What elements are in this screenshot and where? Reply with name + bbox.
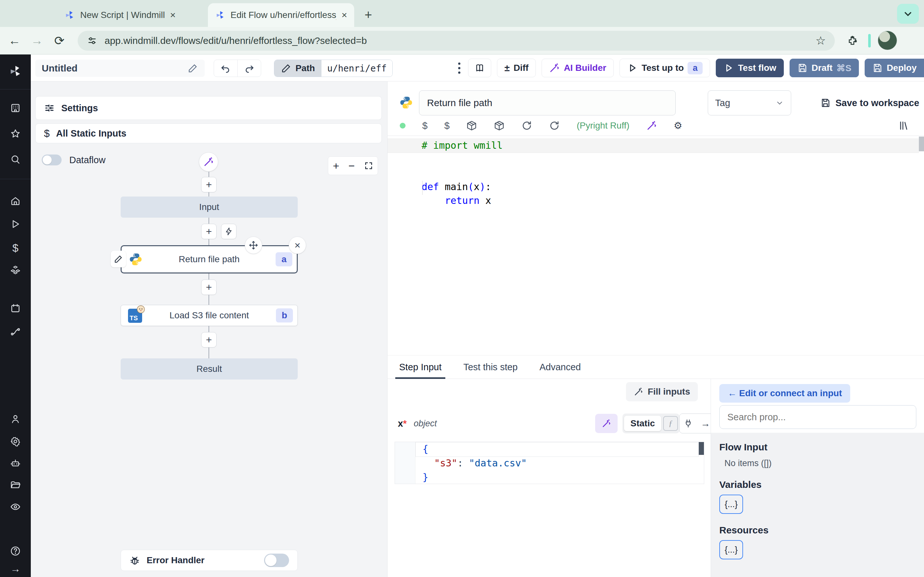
workers-robot-icon[interactable] <box>0 458 31 469</box>
deploy-button[interactable]: Deploy <box>865 59 924 77</box>
bookmark-star-icon[interactable]: ☆ <box>816 34 826 47</box>
step-a-node[interactable]: Return file path a × <box>121 245 298 274</box>
tab-close-icon[interactable]: × <box>170 10 176 20</box>
input-mode-segmented: Static ƒ <box>622 414 680 434</box>
help-icon[interactable] <box>0 546 31 556</box>
favorites-star-icon[interactable] <box>0 128 31 139</box>
package-icon[interactable] <box>466 120 477 131</box>
static-mode-button[interactable]: Static <box>624 416 661 431</box>
json-arg-editor[interactable]: { "s3": "data.csv" } <box>395 442 704 484</box>
fullscreen-icon[interactable] <box>364 161 373 170</box>
tag-select[interactable]: Tag <box>708 90 791 115</box>
editor-settings-gear-icon[interactable]: ⚙ <box>674 120 682 131</box>
site-settings-icon[interactable] <box>87 35 97 46</box>
flow-title-field[interactable]: Untitled <box>35 60 205 77</box>
workspace-icon[interactable] <box>0 103 31 113</box>
tab-step-input[interactable]: Step Input <box>398 356 443 378</box>
browser-tab-new-script[interactable]: New Script | Windmill × <box>57 3 198 27</box>
code-comment: # import wmill <box>422 140 503 151</box>
insert-step-top-button[interactable]: + <box>201 177 216 192</box>
variables-icon[interactable]: $ <box>0 242 31 254</box>
delete-step-button[interactable]: × <box>289 237 306 254</box>
diff-button[interactable]: ± Diff <box>497 59 536 77</box>
dataflow-toggle[interactable] <box>42 155 61 165</box>
move-step-handle[interactable] <box>245 237 262 254</box>
path-widget[interactable]: Path u/henri/eff <box>274 60 393 77</box>
insert-step-button[interactable]: + <box>201 279 216 295</box>
edit-or-connect-button[interactable]: ← Edit or connect an input <box>719 384 850 403</box>
ai-flow-wand-button[interactable] <box>199 152 218 171</box>
path-value[interactable]: u/henri/eff <box>321 60 393 77</box>
profile-avatar[interactable] <box>878 31 897 50</box>
code-editor[interactable]: # import wmill def main(x): return x <box>388 136 924 355</box>
step-badge[interactable]: a <box>688 62 703 74</box>
redo-button[interactable] <box>237 60 261 77</box>
step-name-input[interactable] <box>419 90 676 115</box>
step-b-node[interactable]: TS Load S3 file content b <box>121 305 298 326</box>
ai-fill-arg-button[interactable] <box>595 414 618 433</box>
resource-picker-icon[interactable]: $ <box>444 120 450 131</box>
play-icon <box>627 63 638 73</box>
more-options-icon[interactable] <box>458 63 460 74</box>
fill-inputs-button[interactable]: Fill inputs <box>626 382 698 401</box>
prop-search-input[interactable] <box>719 405 916 429</box>
lint-status[interactable]: (Pyright Ruff) <box>577 121 629 131</box>
new-tab-button[interactable]: + <box>359 6 377 24</box>
chrome-chevron-down-icon[interactable] <box>897 4 919 24</box>
plug-icon[interactable] <box>680 414 697 433</box>
error-handler-toggle[interactable] <box>264 554 289 567</box>
reload-icon[interactable] <box>521 120 532 131</box>
browser-tab-edit-flow[interactable]: Edit Flow u/henri/effortless_fl × <box>208 3 354 27</box>
editor-scrollbar[interactable] <box>919 137 924 151</box>
collapse-arrow-icon[interactable]: → <box>0 563 31 575</box>
tab-close-icon[interactable]: × <box>341 10 347 20</box>
test-up-to-button[interactable]: Test up to a <box>620 59 710 77</box>
edit-step-pencil-chip[interactable] <box>111 251 126 268</box>
schedules-icon[interactable] <box>0 303 31 314</box>
settings-gear-icon[interactable] <box>0 436 31 447</box>
insert-step-button[interactable]: + <box>201 224 216 239</box>
folders-icon[interactable] <box>0 480 31 490</box>
undo-button[interactable] <box>214 60 237 77</box>
reload-icon[interactable]: ⟳ <box>48 34 71 48</box>
search-icon[interactable] <box>0 154 31 165</box>
windmill-logo[interactable] <box>0 64 31 78</box>
zoom-in-icon[interactable]: + <box>333 160 339 172</box>
draft-button[interactable]: Draft ⌘S <box>790 59 859 77</box>
error-handler-card[interactable]: Error Handler <box>121 550 298 571</box>
trigger-bolt-button[interactable] <box>221 224 236 239</box>
library-icon[interactable] <box>898 120 909 131</box>
json-scrollbar[interactable] <box>699 442 704 455</box>
expression-mode-button[interactable]: ƒ <box>663 416 678 431</box>
insert-step-bottom-button[interactable]: + <box>201 332 216 348</box>
tab-test-this-step[interactable]: Test this step <box>462 356 519 378</box>
audit-eye-icon[interactable] <box>0 501 31 512</box>
package-icon[interactable] <box>494 120 505 131</box>
path-button[interactable]: Path <box>274 60 321 77</box>
variable-picker-icon[interactable]: $ <box>422 120 428 131</box>
users-icon[interactable] <box>0 414 31 424</box>
docs-book-button[interactable] <box>468 59 491 77</box>
variables-expand-button[interactable]: {...} <box>719 495 743 514</box>
resources-expand-button[interactable]: {...} <box>719 540 743 559</box>
back-icon[interactable]: ← <box>3 34 26 47</box>
result-node[interactable]: Result <box>121 358 298 380</box>
input-node[interactable]: Input <box>121 197 298 218</box>
flows-route-icon[interactable] <box>0 326 31 337</box>
runs-icon[interactable] <box>0 219 31 229</box>
edit-pencil-icon[interactable] <box>187 63 198 74</box>
zoom-out-icon[interactable]: − <box>349 160 355 172</box>
resources-icon[interactable] <box>0 265 31 276</box>
extensions-puzzle-icon[interactable] <box>847 35 858 46</box>
home-icon[interactable] <box>0 195 31 206</box>
flow-settings-card[interactable]: Settings <box>35 96 382 120</box>
save-to-workspace-button[interactable]: Save to workspace <box>820 90 919 115</box>
all-static-inputs-card[interactable]: $ All Static Inputs <box>35 123 382 143</box>
ai-wand-icon[interactable] <box>646 120 657 131</box>
forward-icon[interactable]: → <box>26 34 48 47</box>
ai-builder-button[interactable]: AI Builder <box>541 59 614 77</box>
test-flow-button[interactable]: Test flow <box>716 59 783 77</box>
url-bar[interactable]: app.windmill.dev/flows/edit/u/henri/effo… <box>78 31 835 51</box>
reload-icon[interactable] <box>549 120 560 131</box>
tab-advanced[interactable]: Advanced <box>538 356 582 378</box>
